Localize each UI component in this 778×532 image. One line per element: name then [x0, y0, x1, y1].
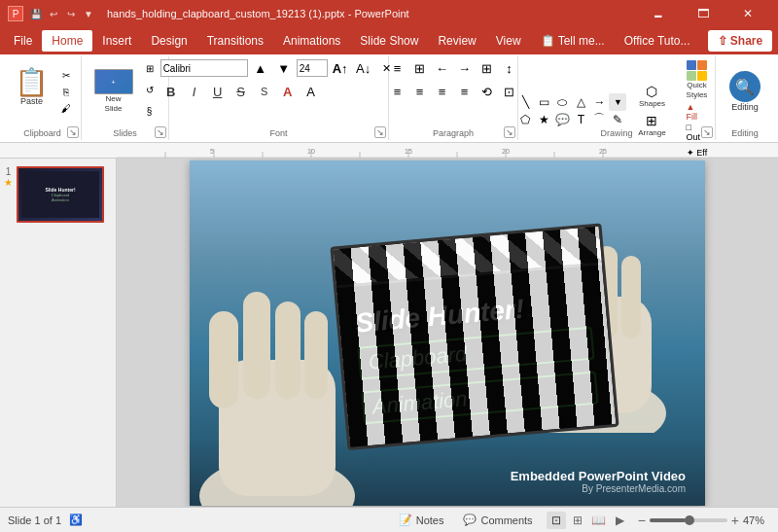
italic-button[interactable]: I — [184, 82, 205, 101]
strikethrough-button[interactable]: S — [230, 82, 252, 101]
quick-access-expand[interactable]: ▼ — [82, 7, 95, 20]
bold-button[interactable]: B — [160, 82, 182, 101]
close-button[interactable]: ✕ — [725, 0, 770, 27]
numbering-button[interactable]: ⊞ — [409, 58, 431, 78]
drawing-expander[interactable]: ↘ — [701, 126, 713, 138]
clipboard-sub: ✂ ⎘ 🖌 — [56, 67, 76, 116]
undo-button[interactable]: ↩ — [47, 7, 60, 20]
menu-tell-me[interactable]: 📋 Tell me... — [531, 30, 615, 52]
shape-fill-button[interactable]: ▲ Fill — [686, 102, 707, 122]
shape-line[interactable]: ╲ — [516, 93, 534, 111]
decrease-indent-button[interactable]: ← — [432, 58, 453, 78]
title-bar: P 💾 ↩ ↪ ▼ hands_holding_clapboard_custom… — [0, 0, 778, 27]
shape-star[interactable]: ★ — [535, 111, 552, 128]
menu-bar: File Home Insert Design Transitions Anim… — [0, 27, 778, 54]
shape-freeform[interactable]: ✎ — [609, 111, 626, 128]
increase-indent-button[interactable]: → — [454, 58, 476, 78]
align-right-button[interactable]: ≡ — [432, 82, 453, 101]
layout-button[interactable]: ⊞ — [139, 58, 160, 78]
font-row-2: B I U S S A A — [160, 82, 322, 101]
font-name-input[interactable] — [160, 59, 248, 77]
font-size-input[interactable] — [297, 59, 328, 77]
shape-rect[interactable]: ▭ — [535, 93, 552, 111]
zoom-plus-button[interactable]: + — [731, 513, 739, 528]
paragraph-expander[interactable]: ↘ — [504, 126, 515, 138]
reading-view-button[interactable]: 📖 — [589, 512, 609, 529]
font-content: ▲ ▼ A↑ A↓ ✕ B I U S S A A — [160, 58, 398, 138]
font-color-button[interactable]: A — [277, 82, 299, 101]
shape-callout[interactable]: 💬 — [553, 111, 571, 128]
font-scroll-down[interactable]: ▼ — [273, 58, 295, 78]
editing-label-group: Editing — [716, 128, 774, 138]
paste-button[interactable]: 📋 Paste — [9, 67, 54, 108]
paragraph-group: ≡ ⊞ ← → ⊞ ↕ ≡ ≡ ≡ ≡ ⟲ ⊡ Paragraph ↘ — [389, 56, 518, 140]
justify-button[interactable]: ≡ — [454, 82, 476, 101]
redo-button[interactable]: ↪ — [64, 7, 78, 20]
svg-text:10: 10 — [307, 148, 315, 155]
align-left-button[interactable]: ≡ — [387, 82, 408, 101]
section-button[interactable]: § — [139, 101, 160, 121]
new-slide-button[interactable]: + NewSlide — [90, 67, 137, 115]
zoom-slider[interactable] — [650, 518, 727, 522]
menu-view[interactable]: View — [486, 30, 531, 52]
zoom-slider-fill — [650, 518, 687, 522]
underline-button[interactable]: U — [207, 82, 229, 101]
shapes-more[interactable]: ▼ — [609, 93, 626, 111]
bullets-button[interactable]: ≡ — [387, 58, 408, 78]
shapes-label: Shapes — [639, 99, 665, 108]
menu-home[interactable]: Home — [42, 30, 92, 52]
presenter-view-button[interactable]: ▶ — [611, 512, 630, 529]
menu-review[interactable]: Review — [428, 30, 485, 52]
editing-button[interactable]: 🔍 Editing — [724, 69, 766, 114]
shapes-button[interactable]: ⬡ Shapes — [630, 82, 673, 110]
menu-transitions[interactable]: Transitions — [197, 30, 273, 52]
text-direction-button[interactable]: ⟲ — [477, 82, 498, 101]
decrease-font-button[interactable]: A↓ — [353, 58, 374, 78]
font-expander[interactable]: ↘ — [374, 126, 386, 138]
slide-canvas[interactable]: Slide Hunter! Clapboard Animation Embedd… — [190, 160, 705, 506]
shape-triangle[interactable]: △ — [572, 93, 589, 111]
align-center-button[interactable]: ≡ — [409, 82, 431, 101]
reset-button[interactable]: ↺ — [139, 80, 160, 99]
ribbon-content: 📋 Paste ✂ ⎘ 🖌 Clipboard ↘ + — [0, 54, 778, 142]
shape-pentagon[interactable]: ⬠ — [516, 111, 534, 128]
menu-share[interactable]: ⇧ Share — [708, 30, 773, 52]
menu-design[interactable]: Design — [141, 30, 196, 52]
slide-thumb-content: Slide Hunter! Clapboard Animation — [18, 168, 102, 221]
clipboard-expander[interactable]: ↘ — [67, 126, 79, 138]
comments-button[interactable]: 💬 Comments — [457, 512, 538, 528]
slide-sorter-button[interactable]: ⊞ — [568, 512, 587, 529]
shape-oval[interactable]: ⬭ — [553, 93, 571, 111]
save-button[interactable]: 💾 — [29, 7, 43, 20]
normal-view-button[interactable]: ⊡ — [547, 512, 566, 529]
svg-text:15: 15 — [405, 148, 412, 155]
minimize-button[interactable]: 🗕 — [636, 0, 681, 27]
zoom-minus-button[interactable]: − — [638, 513, 646, 528]
app-icon: P — [8, 6, 23, 21]
slide-thumbnail[interactable]: Slide Hunter! Clapboard Animation — [17, 166, 104, 223]
shape-text[interactable]: T — [572, 111, 589, 128]
maximize-button[interactable]: 🗖 — [681, 0, 725, 27]
menu-file[interactable]: File — [4, 30, 42, 52]
quick-styles-button[interactable]: Quick Styles — [677, 58, 716, 101]
paste-icon: 📋 — [15, 69, 49, 96]
shape-arrow[interactable]: → — [590, 93, 608, 111]
font-scroll-up[interactable]: ▲ — [250, 58, 271, 78]
menu-insert[interactable]: Insert — [92, 30, 141, 52]
notes-button[interactable]: 📝 Notes — [393, 512, 450, 528]
cut-button[interactable]: ✂ — [56, 67, 76, 83]
menu-office-tut[interactable]: Office Tuto... — [615, 30, 700, 52]
columns-button[interactable]: ⊞ — [477, 58, 498, 78]
quick-styles-icon — [687, 60, 707, 81]
shape-curve[interactable]: ⌒ — [590, 111, 608, 128]
shadow-button[interactable]: S — [254, 82, 275, 101]
increase-font-button[interactable]: A↑ — [330, 58, 351, 78]
menu-slideshow[interactable]: Slide Show — [350, 30, 428, 52]
format-painter-button[interactable]: 🖌 — [56, 100, 76, 116]
menu-animations[interactable]: Animations — [273, 30, 350, 52]
accessibility-icon: ♿ — [69, 514, 83, 526]
highlight-button[interactable]: A — [301, 82, 322, 101]
view-buttons: ⊡ ⊞ 📖 ▶ — [547, 512, 630, 529]
slide-thumb-container: 1 ★ Slide Hunter! Clapboard Animation — [4, 166, 112, 223]
copy-button[interactable]: ⎘ — [56, 84, 76, 99]
